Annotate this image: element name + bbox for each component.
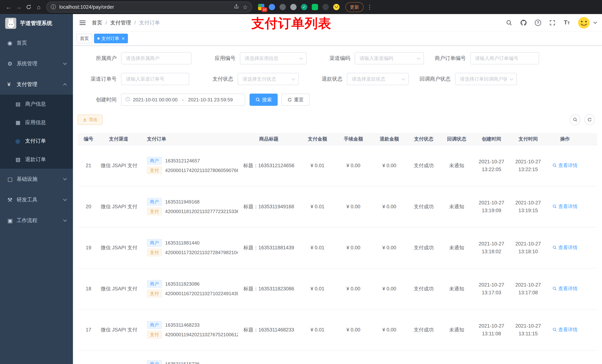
pay-status: 支付成功 xyxy=(414,286,434,291)
pay-status-select[interactable] xyxy=(238,73,299,85)
sidebar-item-refund-order[interactable]: ▧ 退款订单 xyxy=(0,150,73,169)
callback-status-select[interactable] xyxy=(455,73,517,85)
url-bar[interactable]: ⓘ localhost:1024/pay/order ☆ xyxy=(46,2,252,12)
col-header-filler xyxy=(583,133,597,145)
owner-input[interactable] xyxy=(121,52,191,64)
merchant-order-no-input[interactable] xyxy=(470,52,539,64)
fee-amount: ¥ 0.00 xyxy=(346,327,360,333)
sidebar-item-payment[interactable]: ¥ 支付管理 xyxy=(0,74,73,95)
browser-back-icon[interactable]: ← xyxy=(4,2,14,12)
sidebar-item-label: 支付管理 xyxy=(17,81,37,88)
sidebar-item-label: 研发工具 xyxy=(17,196,37,203)
order-id: 18 xyxy=(86,286,91,291)
orders-table: 编号 支付渠道 支付订单 商品标题 支付金额 手续金额 退款金额 支付状态 回调… xyxy=(78,133,597,364)
breadcrumb: 首页 / 支付管理 / 支付订单 xyxy=(92,19,160,26)
sidebar-item-system[interactable]: ⚙ 系统管理 xyxy=(0,53,73,74)
browser-update-button[interactable]: 更新 xyxy=(345,2,364,12)
view-detail-link[interactable]: 查看详情 xyxy=(552,162,578,169)
pay-status: 支付成功 xyxy=(414,204,434,209)
sidebar-item-infrastructure[interactable]: ▢ 基础设施 xyxy=(0,169,73,189)
user-menu-caret-icon[interactable] xyxy=(593,20,597,24)
date-end-value: 2021-10-31 23:59:59 xyxy=(188,97,233,103)
refresh-button[interactable] xyxy=(584,114,595,125)
search-button[interactable]: 搜索 xyxy=(249,94,278,106)
user-avatar[interactable] xyxy=(578,16,590,29)
merchant-tag: 商户 xyxy=(147,360,162,364)
create-date: 2021-10-27 xyxy=(475,281,508,289)
order-row: 20 微信 JSAPI 支付 商户1635311949168 支付4200001… xyxy=(78,186,597,227)
channel-code-select[interactable] xyxy=(355,52,424,64)
merchant-tag: 商户 xyxy=(147,157,162,165)
pay-time: 13:19:15 xyxy=(511,207,545,214)
extension-icon[interactable] xyxy=(280,4,286,10)
sidebar-item-merchant-info[interactable]: ▤ 商户信息 xyxy=(0,95,73,113)
refund-status-select[interactable] xyxy=(347,73,409,85)
channel-order-no: 4200001194202110276752100612 xyxy=(165,332,238,338)
clock-icon xyxy=(125,96,130,103)
chevron-down-icon xyxy=(63,61,67,65)
font-size-icon[interactable]: TT xyxy=(563,19,570,26)
merchant-order-no: 1635311515736 xyxy=(165,361,200,364)
sidebar-toggle-icon[interactable] xyxy=(78,19,87,27)
breadcrumb-home[interactable]: 首页 xyxy=(92,19,102,26)
filter-row: 创建时间 2021-10-01 00:00:00 - 2021-10-31 23… xyxy=(78,94,597,106)
extension-check-icon[interactable]: ✓ xyxy=(301,4,307,10)
fee-amount: ¥ 0.00 xyxy=(346,204,360,209)
tab-pay-order[interactable]: 支付订单 × xyxy=(94,34,128,43)
tab-label: 首页 xyxy=(80,35,89,42)
extension-chat-icon[interactable] xyxy=(312,4,318,10)
date-range-picker[interactable]: 2021-10-01 00:00:00 - 2021-10-31 23:59:5… xyxy=(121,94,245,106)
channel-order-no-input[interactable] xyxy=(121,73,189,85)
pay-tag: 支付 xyxy=(147,290,162,297)
fullscreen-icon[interactable] xyxy=(549,19,556,26)
sidebar-item-pay-order[interactable]: ◎ 支付订单 xyxy=(0,132,73,150)
tab-home[interactable]: 首页 xyxy=(77,34,92,43)
order-id: 19 xyxy=(86,245,91,250)
url-text: localhost:1024/pay/order xyxy=(59,4,234,10)
app-no-select[interactable] xyxy=(240,52,307,64)
sidebar-item-app-info[interactable]: ▦ 应用信息 xyxy=(0,113,73,132)
search-icon[interactable] xyxy=(505,19,513,26)
product-title: 标题：1635311823086 xyxy=(243,286,294,291)
reset-button[interactable]: 重置 xyxy=(281,94,310,106)
sidebar-item-dev-tools[interactable]: ⚒ 研发工具 xyxy=(0,189,73,210)
bookmark-star-icon[interactable]: ☆ xyxy=(243,4,248,10)
extension-icon[interactable] xyxy=(290,4,297,10)
tab-close-icon[interactable]: × xyxy=(122,36,125,41)
sidebar-item-label: 支付订单 xyxy=(25,137,46,145)
create-time-label: 创建时间 xyxy=(78,96,121,103)
share-icon[interactable] xyxy=(234,4,239,10)
product-title: 标题：1635311881439 xyxy=(243,245,294,250)
browser-menu-icon[interactable]: ⋮ xyxy=(367,4,372,10)
view-detail-link[interactable]: 查看详情 xyxy=(552,244,578,251)
help-icon[interactable]: ? xyxy=(534,19,542,26)
merchant-order-no-label: 商户订单编号 xyxy=(424,55,470,62)
pay-amount: ¥ 0.01 xyxy=(311,286,324,291)
create-time: 13:18:02 xyxy=(475,248,508,255)
extension-pin-icon[interactable] xyxy=(322,4,329,10)
breadcrumb-payment[interactable]: 支付管理 xyxy=(110,19,131,26)
pay-channel: 微信 JSAPI 支付 xyxy=(101,204,137,209)
col-header-channel: 支付渠道 xyxy=(99,133,138,145)
sidebar-item-home[interactable]: ◉ 首页 xyxy=(0,32,73,53)
view-detail-link[interactable]: 查看详情 xyxy=(552,285,578,292)
col-header-notify-status: 回调状态 xyxy=(440,133,473,145)
view-detail-link[interactable]: 查看详情 xyxy=(552,203,578,210)
target-icon: ◎ xyxy=(16,138,25,144)
browser-reload-icon[interactable] xyxy=(24,2,34,12)
owner-label: 所属商户 xyxy=(78,55,121,62)
export-button[interactable]: 导出 xyxy=(78,114,103,125)
site-info-icon[interactable]: ⓘ xyxy=(51,3,56,10)
sidebar-item-workflow[interactable]: ▣ 工作流程 xyxy=(0,210,73,231)
logo[interactable]: 芋道管理系统 xyxy=(0,14,73,32)
toggle-search-button[interactable] xyxy=(570,114,580,125)
browser-home-icon[interactable]: ⌂ xyxy=(34,2,44,12)
extension-icon[interactable] xyxy=(269,4,275,10)
view-detail-link[interactable]: 查看详情 xyxy=(552,326,578,333)
browser-profile-avatar[interactable] xyxy=(333,4,340,10)
extension-icon[interactable]: 10 xyxy=(258,4,264,10)
github-icon[interactable] xyxy=(520,19,527,26)
create-time: 13:22:05 xyxy=(475,166,508,173)
sidebar-item-label: 工作流程 xyxy=(17,217,37,224)
browser-forward-icon[interactable]: → xyxy=(14,2,24,12)
